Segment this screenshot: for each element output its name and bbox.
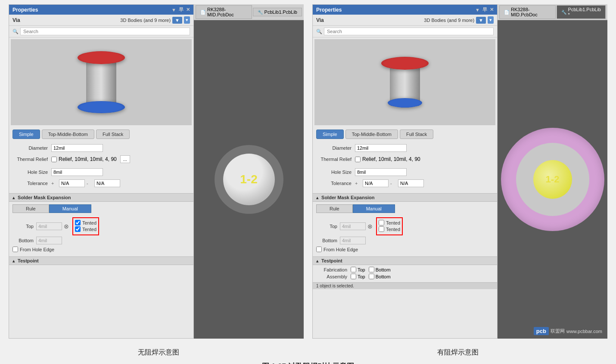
right-asm-top-item: Top: [351, 274, 365, 279]
right-thermal-label: Thermal Relief: [316, 157, 355, 162]
right-link-icon: ⊗: [367, 223, 373, 230]
left-via-3d-shape: [78, 51, 125, 113]
left-doc-tab-1[interactable]: 📄 RK3288-MID.PcbDoc: [196, 5, 252, 19]
right-via-bottom-ring: [388, 98, 422, 108]
right-doc-tab-2-label: PcbLib1.PcbLib *: [568, 7, 601, 17]
left-search-input[interactable]: [20, 28, 190, 35]
right-holesize-input[interactable]: [355, 168, 407, 176]
main-caption: 图 1-27 过孔阻焊对比示意图: [262, 359, 354, 364]
left-doc-tab-2[interactable]: 🔧 PcbLib1.PcbLib: [253, 8, 302, 16]
left-tented-bottom-checkbox[interactable]: [75, 226, 81, 232]
right-tolerance-top-input[interactable]: [363, 179, 389, 187]
right-panel-title-bar: Properties ▼ 早 ✕: [313, 5, 497, 15]
left-filter-area: 3D Bodies (and 9 more) ▼ ▾: [120, 16, 190, 24]
left-via-circle: 1-2: [223, 154, 275, 205]
left-filter-button[interactable]: ▼: [172, 17, 182, 24]
caption-area: 无阻焊示意图 有阻焊示意图 图 1-27 过孔阻焊对比示意图: [0, 343, 616, 364]
left-stack-tabs: Simple Top-Middle-Bottom Full Stack: [9, 127, 193, 142]
right-dropdown-button[interactable]: ▾: [488, 16, 494, 24]
right-fab-bottom-item: Bottom: [369, 267, 391, 272]
right-via-label: Via: [316, 17, 333, 23]
left-tolerance-bottom-input[interactable]: [94, 179, 120, 187]
right-tented-bottom-checkbox[interactable]: [379, 226, 384, 232]
left-panel-controls: ▼ 早 ✕: [171, 6, 190, 13]
right-fabrication-label: Fabrication: [316, 267, 351, 272]
left-thermal-label: Thermal Relief: [12, 157, 51, 162]
left-thermal-content: Relief, 10mil, 10mil, 4, 90 ...: [51, 155, 130, 163]
left-manual-tab[interactable]: Manual: [49, 204, 91, 213]
right-doc-tab-1-label: RK3288-MID.PcbDoc: [511, 7, 551, 17]
left-tolerance-minus: -: [87, 181, 93, 186]
right-tolerance-content: + -: [355, 179, 424, 187]
left-panel-pin-icon[interactable]: ▼: [171, 7, 176, 12]
right-rule-tab[interactable]: Rule: [316, 204, 353, 213]
left-tab-simple[interactable]: Simple: [12, 130, 40, 139]
right-from-hole-label: From Hole Edge: [324, 247, 358, 252]
right-tented-top-checkbox[interactable]: [379, 220, 384, 225]
right-panel-close-icon[interactable]: ✕: [490, 7, 494, 12]
right-tolerance-label: Tolerance: [316, 181, 355, 186]
right-tented-bottom-cb-row: Tented: [379, 226, 400, 232]
right-bottom-sm-label: Bottom: [316, 238, 340, 243]
left-diameter-input[interactable]: [51, 144, 103, 152]
left-via-label: Via: [12, 17, 30, 23]
left-thermal-checkbox[interactable]: [51, 157, 57, 162]
left-testpoint-title: Testpoint: [18, 258, 39, 263]
right-panel-dock-icon[interactable]: 早: [482, 6, 487, 13]
right-bottom-sm-input[interactable]: [340, 237, 366, 244]
right-tab-full-stack[interactable]: Full Stack: [400, 130, 433, 139]
right-doc-tab-2[interactable]: 🔧 PcbLib1.PcbLib *: [557, 5, 606, 19]
right-tab-simple[interactable]: Simple: [316, 130, 344, 139]
left-dropdown-button[interactable]: ▾: [184, 16, 190, 24]
left-top-label: Top: [12, 224, 36, 229]
right-holesize-label: Hole Size: [316, 170, 355, 175]
right-fab-bottom-label: Bottom: [376, 267, 391, 272]
left-from-hole-checkbox[interactable]: [12, 247, 18, 252]
right-filter-button[interactable]: ▼: [476, 17, 486, 24]
left-tented-top-checkbox[interactable]: [75, 220, 81, 225]
right-tab-top-middle-bottom[interactable]: Top-Middle-Bottom: [345, 130, 398, 139]
watermark-url: www.pcbbar.com: [566, 329, 602, 334]
right-fab-top-checkbox[interactable]: [351, 267, 356, 272]
left-tab-full-stack[interactable]: Full Stack: [96, 130, 130, 139]
right-diameter-row: Diameter: [316, 143, 494, 153]
right-diameter-input[interactable]: [355, 144, 407, 152]
left-panel-close-icon[interactable]: ✕: [186, 7, 190, 12]
right-asm-top-checkbox[interactable]: [351, 274, 356, 279]
right-asm-bottom-checkbox[interactable]: [369, 274, 374, 279]
left-rule-tab[interactable]: Rule: [12, 204, 49, 213]
right-fab-bottom-checkbox[interactable]: [369, 267, 374, 272]
right-tolerance-bottom-input[interactable]: [398, 179, 424, 187]
right-search-input[interactable]: [324, 28, 494, 35]
right-thermal-checkbox[interactable]: [355, 157, 361, 162]
left-doc-icon-2: 🔧: [258, 10, 263, 15]
left-tolerance-top-input[interactable]: [59, 179, 85, 187]
right-from-hole-checkbox[interactable]: [316, 247, 322, 252]
left-holesize-input[interactable]: [51, 168, 103, 176]
right-manual-tab[interactable]: Manual: [353, 204, 395, 213]
right-caption: 有阻焊示意图: [437, 348, 479, 357]
right-doc-tab-1[interactable]: 📄 RK3288-MID.PcbDoc: [499, 5, 556, 19]
left-pcb-canvas: 1-2: [194, 20, 304, 339]
left-bottom-label: Bottom: [12, 238, 36, 243]
left-panel-dock-icon[interactable]: 早: [179, 6, 184, 13]
left-tolerance-label: Tolerance: [12, 181, 51, 186]
left-section-arrow: ▴: [12, 195, 15, 200]
left-tolerance-row: Tolerance + -: [12, 179, 190, 188]
left-from-hole-label: From Hole Edge: [20, 247, 54, 252]
left-bottom-value-input[interactable]: [36, 237, 62, 244]
left-tab-top-middle-bottom[interactable]: Top-Middle-Bottom: [42, 130, 94, 139]
left-doc-tab-1-label: RK3288-MID.PcbDoc: [207, 7, 247, 17]
right-via-3d-shape: [381, 57, 429, 108]
left-top-value-input[interactable]: [36, 222, 62, 230]
left-diameter-label: Diameter: [12, 145, 51, 151]
right-thermal-value: Relief, 10mil, 10mil, 4, 90: [362, 156, 420, 162]
left-thermal-btn[interactable]: ...: [120, 155, 130, 163]
right-panel-pin-icon[interactable]: ▼: [475, 7, 480, 12]
left-tolerance-content: + -: [51, 179, 120, 187]
right-top-sm-input[interactable]: [340, 222, 366, 230]
right-tented-bottom-label: Tented: [386, 227, 400, 232]
right-tented-highlight-box: Tented Tented: [376, 217, 403, 235]
right-properties-panel: Properties ▼ 早 ✕ Via 3D Bodies (and 9 mo…: [312, 4, 498, 339]
right-from-hole-row: From Hole Edge: [316, 246, 494, 253]
